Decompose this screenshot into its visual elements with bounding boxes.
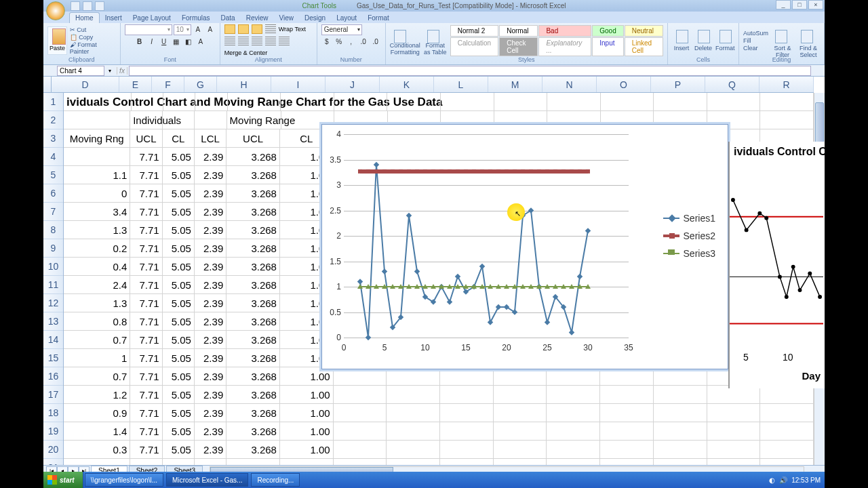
row-header-17[interactable]: 17 — [43, 386, 63, 404]
cell[interactable]: 5.05 — [163, 367, 195, 385]
cell[interactable] — [760, 441, 814, 458]
cell[interactable] — [547, 386, 600, 403]
cell[interactable] — [334, 441, 387, 458]
cell[interactable]: 5.05 — [163, 404, 195, 422]
insert-cells-button[interactable]: Insert — [672, 27, 691, 54]
cell[interactable]: 3.268 — [226, 276, 280, 293]
office-button[interactable] — [46, 1, 65, 20]
cell[interactable] — [547, 459, 600, 465]
cell[interactable] — [654, 386, 707, 403]
cell[interactable]: 3.268 — [226, 441, 280, 458]
row-header-8[interactable]: 8 — [43, 221, 63, 239]
style-input[interactable]: Input — [592, 37, 623, 56]
row-header-18[interactable]: 18 — [43, 404, 63, 422]
fill-button[interactable]: Fill — [743, 37, 768, 44]
cell[interactable]: 5.05 — [163, 386, 195, 403]
cell[interactable]: 3.268 — [226, 239, 280, 257]
col-header-N[interactable]: N — [542, 77, 597, 92]
taskbar-item-excel[interactable]: Microsoft Excel - Gas... — [166, 473, 248, 487]
cell[interactable] — [707, 93, 761, 110]
row-header-4[interactable]: 4 — [43, 148, 63, 166]
cell[interactable]: 7.71 — [130, 367, 162, 385]
menu-tab-insert[interactable]: Insert — [100, 13, 127, 23]
col-header-D[interactable]: D — [52, 77, 119, 92]
cell[interactable]: 2.39 — [195, 294, 226, 312]
menu-tab-data[interactable]: Data — [216, 13, 241, 23]
cell[interactable]: 2.39 — [195, 367, 226, 385]
cell[interactable] — [600, 386, 654, 403]
cell[interactable] — [547, 367, 600, 385]
cell[interactable]: 2.39 — [195, 331, 226, 348]
minimize-button[interactable]: _ — [776, 0, 791, 9]
currency-button[interactable]: $ — [321, 37, 332, 47]
clear-button[interactable]: Clear — [743, 45, 768, 52]
cell[interactable]: 1 — [64, 349, 130, 367]
cell[interactable] — [228, 93, 281, 110]
cell[interactable]: 0.6 — [64, 459, 130, 465]
cell[interactable]: 0.4 — [64, 258, 130, 275]
grow-font-icon[interactable]: A — [193, 24, 203, 35]
row-header-5[interactable]: 5 — [43, 166, 63, 184]
cell[interactable]: 2.39 — [195, 203, 226, 220]
qat-save-icon[interactable] — [71, 1, 80, 11]
copy-button[interactable]: Copy — [70, 34, 116, 41]
cell[interactable]: 2.39 — [195, 221, 226, 239]
col-header-M[interactable]: M — [488, 77, 542, 92]
align-bottom-button[interactable] — [252, 24, 262, 34]
underline-button[interactable]: U — [159, 37, 170, 47]
cell[interactable]: 2.39 — [195, 258, 226, 275]
cell[interactable]: 7.71 — [130, 294, 162, 312]
cell[interactable] — [387, 441, 440, 458]
cell[interactable]: 0.3 — [64, 441, 130, 458]
cell[interactable]: 7.71 — [130, 148, 162, 165]
cell[interactable] — [600, 404, 654, 422]
col-header-E[interactable]: E — [119, 77, 152, 92]
col-header-J[interactable]: J — [326, 77, 380, 92]
cell[interactable] — [440, 441, 494, 458]
style-explanatory[interactable]: Explanatory ... — [538, 37, 591, 56]
cell[interactable] — [132, 93, 163, 110]
cell[interactable] — [494, 93, 548, 110]
cell[interactable]: UCL — [226, 129, 280, 147]
menu-tab-formulas[interactable]: Formulas — [176, 13, 216, 23]
cell[interactable]: 5.05 — [163, 166, 195, 184]
cell[interactable] — [494, 441, 547, 458]
shrink-font-icon[interactable]: A — [205, 24, 216, 35]
cell[interactable]: ividuals Control Chart and Moving Range … — [64, 93, 132, 110]
row-header-20[interactable]: 20 — [43, 441, 63, 459]
row-header-15[interactable]: 15 — [43, 349, 63, 367]
cell[interactable]: 3.268 — [226, 312, 280, 330]
wrap-text-button[interactable]: Wrap Text — [279, 26, 306, 33]
cell[interactable] — [547, 93, 601, 110]
cell[interactable]: 3.4 — [64, 203, 130, 220]
legend-series1[interactable]: Series1 — [663, 213, 715, 224]
cell[interactable] — [760, 459, 814, 465]
cell[interactable]: 3.268 — [226, 386, 280, 403]
row-header-3[interactable]: 3 — [43, 129, 63, 148]
cell[interactable]: 3.268 — [226, 331, 280, 348]
close-button[interactable]: × — [808, 0, 823, 9]
cell[interactable]: 2.39 — [195, 166, 226, 184]
cell[interactable] — [334, 459, 387, 465]
col-header-L[interactable]: L — [434, 77, 488, 92]
cell[interactable] — [494, 459, 547, 465]
style-bad[interactable]: Bad — [538, 25, 591, 37]
cell[interactable]: 5.05 — [163, 203, 195, 220]
cell[interactable]: 2.4 — [64, 276, 130, 293]
cell[interactable]: 3.268 — [226, 166, 280, 184]
align-middle-button[interactable] — [238, 24, 249, 34]
row-header-10[interactable]: 10 — [43, 258, 63, 276]
cell[interactable]: 2.39 — [195, 404, 226, 422]
cell[interactable] — [387, 367, 440, 385]
cell[interactable] — [654, 367, 707, 385]
cell[interactable] — [163, 111, 195, 129]
style-linked-cell[interactable]: Linked Cell — [625, 37, 663, 56]
cell[interactable]: 1.1 — [64, 166, 130, 184]
col-header-O[interactable]: O — [597, 77, 651, 92]
cell[interactable]: 1.00 — [280, 459, 334, 465]
cell[interactable] — [334, 93, 388, 110]
maximize-button[interactable]: □ — [792, 0, 807, 9]
row-header-12[interactable]: 12 — [43, 294, 63, 312]
row-header-19[interactable]: 19 — [43, 422, 63, 441]
col-header-G[interactable]: G — [184, 77, 217, 92]
